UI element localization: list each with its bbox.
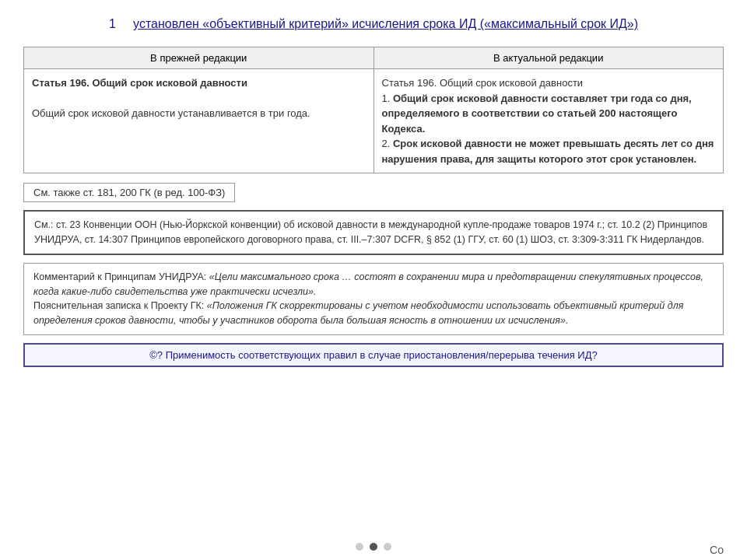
nav-dot-2[interactable] bbox=[370, 543, 377, 551]
note-small: См. также ст. 181, 200 ГК (в ред. 100-ФЗ… bbox=[23, 183, 235, 202]
question-box: ©? Применимость соответствующих правил в… bbox=[23, 343, 724, 367]
title-text: установлен «объективный критерий» исчисл… bbox=[133, 17, 638, 30]
comment-box: Комментарий к Принципам УНИДРУА: «Цели м… bbox=[23, 263, 724, 335]
table-cell-left: Статья 196. Общий срок исковой давности … bbox=[24, 69, 374, 173]
right-para2-label: 2. bbox=[382, 138, 391, 149]
bottom-nav bbox=[0, 543, 747, 551]
comment-label1: Комментарий к Принципам УНИДРУА: bbox=[33, 271, 206, 282]
ref-box: См.: ст. 23 Конвенции ООН (Нью-Йоркской … bbox=[23, 210, 724, 255]
title-number: 1 bbox=[109, 17, 116, 30]
page-container: 1 установлен «объективный критерий» исчи… bbox=[0, 0, 747, 560]
left-article-title: Статья 196. Общий срок исковой давности bbox=[32, 77, 247, 89]
col-right-header: В актуальной редакции bbox=[374, 47, 724, 69]
co-label: Co bbox=[710, 544, 724, 556]
right-article-title: Статья 196. Общий срок исковой давности bbox=[382, 77, 584, 89]
right-para1-text: Общий срок исковой давности составляет т… bbox=[382, 93, 692, 135]
page-title: 1 установлен «объективный критерий» исчи… bbox=[23, 16, 724, 33]
table-cell-right: Статья 196. Общий срок исковой давности … bbox=[374, 69, 724, 173]
col-left-header: В прежней редакции bbox=[24, 47, 374, 69]
left-body-text: Общий срок исковой давности устанавливае… bbox=[32, 107, 310, 119]
comment-label2: Пояснительная записка к Проекту ГК: bbox=[33, 300, 204, 311]
comparison-table: В прежней редакции В актуальной редакции… bbox=[23, 47, 724, 173]
right-para1-label: 1. bbox=[382, 93, 391, 104]
note-small-container: См. также ст. 181, 200 ГК (в ред. 100-ФЗ… bbox=[23, 181, 724, 202]
nav-dot-1[interactable] bbox=[356, 543, 363, 551]
nav-dot-3[interactable] bbox=[384, 543, 391, 551]
right-para2-text: Срок исковой давности не может превышать… bbox=[382, 138, 714, 165]
